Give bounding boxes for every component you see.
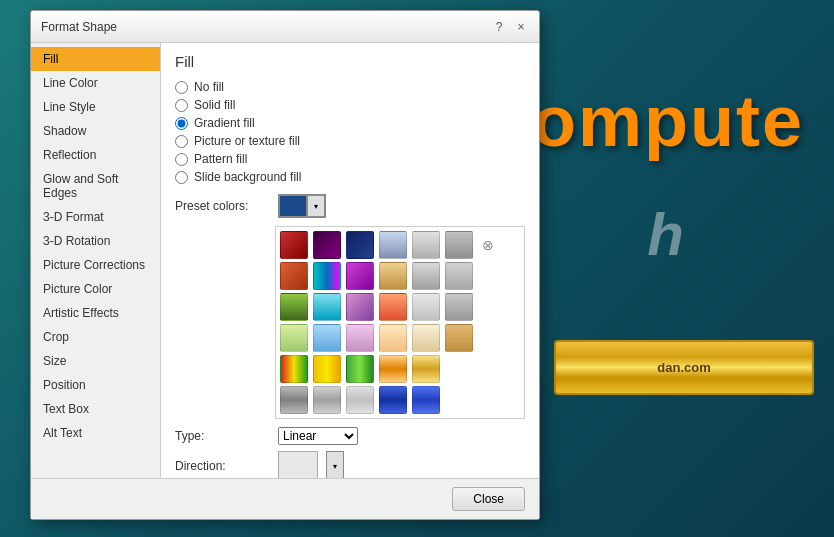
swatch-3-4[interactable] xyxy=(379,293,407,321)
direction-dropdown[interactable]: ▾ xyxy=(326,451,344,478)
swatch-6-1[interactable] xyxy=(280,386,308,414)
swatch-2-2[interactable] xyxy=(313,262,341,290)
gradient-fill-option[interactable]: Gradient fill xyxy=(175,116,525,130)
fill-panel: Fill No fill Solid fill Gradient fill xyxy=(161,43,539,478)
close-x-button[interactable]: × xyxy=(513,19,529,35)
sidebar-item-line-style[interactable]: Line Style xyxy=(31,95,160,119)
panel-title: Fill xyxy=(175,53,525,70)
swatch-1-2[interactable] xyxy=(313,231,341,259)
swatch-1-4[interactable] xyxy=(379,231,407,259)
type-label: Type: xyxy=(175,429,270,443)
gradient-fill-label: Gradient fill xyxy=(194,116,255,130)
no-fill-option[interactable]: No fill xyxy=(175,80,525,94)
dialog-body: Fill Line Color Line Style Shadow Reflec… xyxy=(31,43,539,478)
pattern-fill-radio[interactable] xyxy=(175,153,188,166)
swatch-3-6[interactable] xyxy=(445,293,473,321)
picture-texture-radio[interactable] xyxy=(175,135,188,148)
no-fill-radio[interactable] xyxy=(175,81,188,94)
swatch-6-2[interactable] xyxy=(313,386,341,414)
swatch-1-5[interactable] xyxy=(412,231,440,259)
type-select[interactable]: Linear Radial Rectangular Path xyxy=(278,427,358,445)
swatch-3-5[interactable] xyxy=(412,293,440,321)
swatch-1-1[interactable] xyxy=(280,231,308,259)
fill-options: No fill Solid fill Gradient fill Picture… xyxy=(175,80,525,184)
sidebar-item-shadow[interactable]: Shadow xyxy=(31,119,160,143)
type-row: Type: Linear Radial Rectangular Path xyxy=(175,427,525,445)
preset-colors-dropdown[interactable]: ▾ xyxy=(307,195,325,217)
swatch-6-5[interactable] xyxy=(412,386,440,414)
dialog-footer: Close xyxy=(31,478,539,519)
sidebar-item-line-color[interactable]: Line Color xyxy=(31,71,160,95)
sidebar-item-3d-rotation[interactable]: 3-D Rotation xyxy=(31,229,160,253)
slide-italic-text: h xyxy=(647,200,684,269)
slide-bg-fill-option[interactable]: Slide background fill xyxy=(175,170,525,184)
dialog-title: Format Shape xyxy=(41,20,117,34)
gold-bar: dan.com xyxy=(554,340,814,395)
pattern-fill-label: Pattern fill xyxy=(194,152,247,166)
dialog-titlebar: Format Shape ? × xyxy=(31,11,539,43)
sidebar-item-text-box[interactable]: Text Box xyxy=(31,397,160,421)
sidebar-item-picture-color[interactable]: Picture Color xyxy=(31,277,160,301)
swatch-5-2[interactable] xyxy=(313,355,341,383)
sidebar-item-position[interactable]: Position xyxy=(31,373,160,397)
direction-preview[interactable] xyxy=(278,451,318,478)
solid-fill-option[interactable]: Solid fill xyxy=(175,98,525,112)
swatch-2-1[interactable] xyxy=(280,262,308,290)
format-shape-dialog: Format Shape ? × Fill Line Color Line St… xyxy=(30,10,540,520)
swatch-4-1[interactable] xyxy=(280,324,308,352)
sidebar-item-size[interactable]: Size xyxy=(31,349,160,373)
swatch-1-3[interactable] xyxy=(346,231,374,259)
slide-bg-fill-label: Slide background fill xyxy=(194,170,301,184)
direction-row: Direction: ▾ xyxy=(175,451,525,478)
swatch-2-4[interactable] xyxy=(379,262,407,290)
swatch-5-3[interactable] xyxy=(346,355,374,383)
help-button[interactable]: ? xyxy=(491,19,507,35)
sidebar-item-3d-format[interactable]: 3-D Format xyxy=(31,205,160,229)
preset-colors-label: Preset colors: xyxy=(175,199,270,213)
swatch-5-5[interactable] xyxy=(412,355,440,383)
dialog-container: Format Shape ? × Fill Line Color Line St… xyxy=(30,10,540,520)
gold-bar-text: dan.com xyxy=(657,360,710,375)
sidebar-item-crop[interactable]: Crop xyxy=(31,325,160,349)
gradient-fill-radio[interactable] xyxy=(175,117,188,130)
picture-texture-label: Picture or texture fill xyxy=(194,134,300,148)
sidebar-item-picture-corrections[interactable]: Picture Corrections xyxy=(31,253,160,277)
no-fill-label: No fill xyxy=(194,80,224,94)
swatch-6-3[interactable] xyxy=(346,386,374,414)
swatch-2-3[interactable] xyxy=(346,262,374,290)
color-grid: ⊗ xyxy=(275,226,525,419)
swatch-6-4[interactable] xyxy=(379,386,407,414)
swatch-2-5[interactable] xyxy=(412,262,440,290)
sidebar-item-artistic-effects[interactable]: Artistic Effects xyxy=(31,301,160,325)
swatch-3-2[interactable] xyxy=(313,293,341,321)
preset-color-preview[interactable] xyxy=(279,195,307,217)
solid-fill-label: Solid fill xyxy=(194,98,235,112)
swatch-5-4[interactable] xyxy=(379,355,407,383)
slide-bg-fill-radio[interactable] xyxy=(175,171,188,184)
swatch-1-6[interactable] xyxy=(445,231,473,259)
direction-label: Direction: xyxy=(175,459,270,473)
remove-stop-btn[interactable]: ⊗ xyxy=(478,231,498,259)
swatch-3-1[interactable] xyxy=(280,293,308,321)
swatch-3-3[interactable] xyxy=(346,293,374,321)
swatch-4-2[interactable] xyxy=(313,324,341,352)
swatch-4-5[interactable] xyxy=(412,324,440,352)
swatch-2-6[interactable] xyxy=(445,262,473,290)
sidebar-item-fill[interactable]: Fill xyxy=(31,47,160,71)
preset-colors-row: Preset colors: ▾ xyxy=(175,194,525,218)
swatch-4-3[interactable] xyxy=(346,324,374,352)
color-grid-container: ⊗ xyxy=(275,226,525,419)
picture-texture-option[interactable]: Picture or texture fill xyxy=(175,134,525,148)
swatch-4-6[interactable] xyxy=(445,324,473,352)
solid-fill-radio[interactable] xyxy=(175,99,188,112)
sidebar: Fill Line Color Line Style Shadow Reflec… xyxy=(31,43,161,478)
sidebar-item-reflection[interactable]: Reflection xyxy=(31,143,160,167)
close-button[interactable]: Close xyxy=(452,487,525,511)
swatch-4-4[interactable] xyxy=(379,324,407,352)
pattern-fill-option[interactable]: Pattern fill xyxy=(175,152,525,166)
dialog-controls: ? × xyxy=(491,19,529,35)
sidebar-item-alt-text[interactable]: Alt Text xyxy=(31,421,160,445)
swatch-5-1[interactable] xyxy=(280,355,308,383)
sidebar-item-glow[interactable]: Glow and Soft Edges xyxy=(31,167,160,205)
